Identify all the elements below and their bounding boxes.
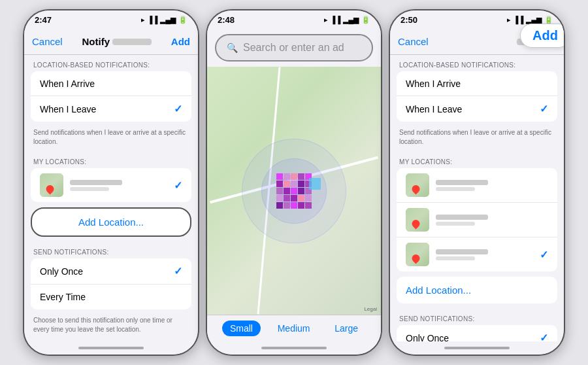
cancel-button-3[interactable]: Cancel bbox=[398, 36, 429, 47]
home-bar-1 bbox=[78, 347, 144, 349]
when-leave-label-3: When I Leave bbox=[406, 104, 462, 114]
phone1: 2:47 ▸ ▐▐ ▂▄▆ 🔋 Cancel Notify Add LO bbox=[23, 9, 199, 356]
status-icons-1: ▸ ▐▐ ▂▄▆ 🔋 bbox=[141, 16, 188, 24]
location-info-3b bbox=[436, 215, 548, 226]
home-bar-2 bbox=[261, 347, 327, 349]
location-addr-blur-3a bbox=[436, 187, 475, 191]
location-name-blur-3b bbox=[436, 215, 488, 220]
home-bar-3 bbox=[444, 347, 510, 349]
location-thumb-3c bbox=[406, 243, 429, 266]
home-indicator-1 bbox=[24, 341, 198, 355]
send-notifications-group-1: Only Once ✓ Every Time bbox=[31, 258, 191, 309]
location-name-blur-3c bbox=[436, 249, 488, 254]
location-notifications-group-3: When I Arrive When I Leave ✓ bbox=[397, 71, 557, 122]
size-large-btn[interactable]: Large bbox=[327, 321, 366, 336]
location-info-3c bbox=[436, 249, 533, 260]
every-time-item-1[interactable]: Every Time bbox=[31, 285, 191, 309]
section-header-location-1: LOCATION-BASED NOTIFICATIONS: bbox=[24, 55, 198, 71]
location-info-1 bbox=[70, 180, 167, 191]
location-note-1: Send notifications when I leave or arriv… bbox=[24, 127, 198, 152]
location-thumb-map-3c bbox=[406, 243, 429, 266]
when-leave-item-3[interactable]: When I Leave ✓ bbox=[397, 96, 557, 122]
phone3: 2:50 ▸ ▐▐ ▂▄▆ 🔋 Cancel Add LOCATION-B bbox=[389, 9, 565, 356]
search-icon-2: 🔍 bbox=[227, 43, 238, 53]
location-thumb-3a bbox=[406, 173, 429, 197]
screen-content-1: LOCATION-BASED NOTIFICATIONS: When I Arr… bbox=[24, 55, 198, 341]
location-thumb-map-3a bbox=[406, 173, 429, 197]
location-notifications-group-1: When I Arrive When I Leave ✓ bbox=[31, 71, 191, 122]
section-header-location-3: LOCATION-BASED NOTIFICATIONS: bbox=[390, 55, 564, 71]
map-area-2: Legal bbox=[207, 67, 381, 315]
screen-content-3: LOCATION-BASED NOTIFICATIONS: When I Arr… bbox=[390, 55, 564, 341]
only-once-item-1[interactable]: Only Once ✓ bbox=[31, 258, 191, 285]
pixel-art-2 bbox=[276, 173, 312, 209]
location-thumb-1 bbox=[40, 173, 63, 197]
when-leave-checkmark-1: ✓ bbox=[174, 103, 182, 115]
when-arrive-label-1: When I Arrive bbox=[40, 78, 95, 89]
location-name-blur-1 bbox=[70, 180, 122, 185]
status-bar-2: 2:48 ▸ ▐▐ ▂▄▆ 🔋 bbox=[207, 10, 381, 29]
search-bar-2[interactable]: 🔍 Search or enter an ad bbox=[215, 34, 373, 61]
add-location-button-3[interactable]: Add Location... bbox=[397, 277, 557, 304]
phone2: 2:48 ▸ ▐▐ ▂▄▆ 🔋 🔍 Search or enter an ad bbox=[206, 9, 382, 356]
map-legal: Legal bbox=[364, 306, 377, 312]
location-item-3b[interactable] bbox=[397, 203, 557, 237]
when-leave-label-1: When I Leave bbox=[40, 104, 96, 114]
when-leave-item-1[interactable]: When I Leave ✓ bbox=[31, 96, 191, 122]
my-locations-group-3: ✓ bbox=[397, 168, 557, 271]
status-icons-2: ▸ ▐▐ ▂▄▆ 🔋 bbox=[324, 16, 370, 24]
phone3-screen: 2:50 ▸ ▐▐ ▂▄▆ 🔋 Cancel Add LOCATION-B bbox=[390, 10, 564, 355]
add-button-1[interactable]: Add bbox=[171, 36, 190, 47]
home-indicator-3 bbox=[390, 341, 564, 355]
cancel-button-1[interactable]: Cancel bbox=[32, 36, 63, 47]
add-button-large-3[interactable]: Add bbox=[520, 24, 564, 48]
every-time-label-1: Every Time bbox=[40, 292, 86, 302]
location-addr-blur-3c bbox=[436, 256, 475, 260]
search-bar-container-2: 🔍 Search or enter an ad bbox=[207, 29, 381, 67]
location-item-1[interactable]: ✓ bbox=[31, 168, 191, 202]
size-selector-2: Small Medium Large bbox=[207, 315, 381, 341]
home-indicator-2 bbox=[207, 341, 381, 355]
when-arrive-label-3: When I Arrive bbox=[406, 78, 461, 89]
nav-bar-1: Cancel Notify Add bbox=[24, 29, 198, 55]
nav-blurred-1 bbox=[112, 39, 152, 45]
section-header-send-1: SEND NOTIFICATIONS: bbox=[24, 242, 198, 258]
only-once-item-3[interactable]: Only Once ✓ bbox=[397, 325, 557, 341]
section-header-send-3: SEND NOTIFICATIONS: bbox=[390, 309, 564, 325]
location-thumb-3b bbox=[406, 208, 429, 232]
my-locations-group-1: ✓ bbox=[31, 168, 191, 202]
size-small-btn[interactable]: Small bbox=[222, 321, 261, 336]
location-item-3c[interactable]: ✓ bbox=[397, 237, 557, 271]
add-location-button-1[interactable]: Add Location... bbox=[31, 207, 191, 237]
map-bg-2 bbox=[207, 67, 381, 315]
status-time-2: 2:48 bbox=[218, 15, 235, 25]
section-header-my-locations-1: MY LOCATIONS: bbox=[24, 152, 198, 168]
phone1-screen: 2:47 ▸ ▐▐ ▂▄▆ 🔋 Cancel Notify Add LO bbox=[24, 10, 198, 355]
section-header-my-locations-3: MY LOCATIONS: bbox=[390, 152, 564, 168]
only-once-checkmark-1: ✓ bbox=[174, 265, 182, 277]
only-once-label-1: Only Once bbox=[40, 266, 83, 277]
status-time-3: 2:50 bbox=[400, 15, 417, 25]
location-info-3a bbox=[436, 180, 548, 191]
location-note-3: Send notifications when I leave or arriv… bbox=[390, 127, 564, 152]
size-medium-btn[interactable]: Medium bbox=[270, 321, 318, 336]
pixel-grid-2 bbox=[276, 173, 312, 209]
only-once-checkmark-3: ✓ bbox=[540, 332, 548, 341]
status-time-1: 2:47 bbox=[35, 15, 52, 25]
search-placeholder-2: Search or enter an ad bbox=[243, 42, 344, 54]
location-thumb-map-3b bbox=[406, 208, 429, 232]
location-addr-blur-1 bbox=[70, 187, 109, 191]
phone2-screen: 2:48 ▸ ▐▐ ▂▄▆ 🔋 🔍 Search or enter an ad bbox=[207, 10, 381, 355]
send-notifications-group-3: Only Once ✓ Every Time bbox=[397, 325, 557, 341]
location-addr-blur-3b bbox=[436, 222, 475, 226]
send-note-1: Choose to send this notification only on… bbox=[24, 315, 198, 339]
status-bar-1: 2:47 ▸ ▐▐ ▂▄▆ 🔋 bbox=[24, 10, 198, 29]
when-arrive-item-1[interactable]: When I Arrive bbox=[31, 71, 191, 96]
status-icons-3: ▸ ▐▐ ▂▄▆ 🔋 bbox=[507, 16, 553, 24]
only-once-label-3: Only Once bbox=[406, 333, 449, 342]
blue-accent bbox=[309, 178, 321, 190]
location-item-3a[interactable] bbox=[397, 168, 557, 203]
when-arrive-item-3[interactable]: When I Arrive bbox=[397, 71, 557, 96]
nav-bar-3: Cancel Add bbox=[390, 29, 564, 55]
nav-title-1: Notify bbox=[82, 36, 152, 47]
